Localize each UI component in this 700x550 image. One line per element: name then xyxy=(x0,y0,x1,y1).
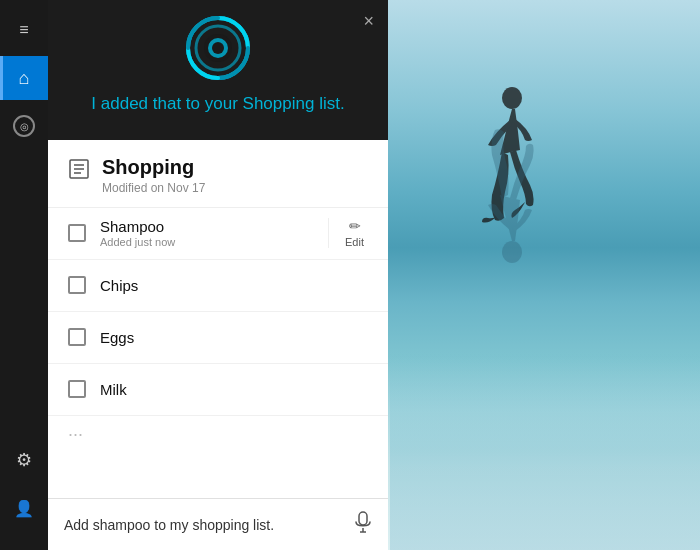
svg-point-1 xyxy=(502,241,522,263)
camera-icon: ◎ xyxy=(13,115,35,137)
taskbar-settings[interactable]: ⚙ xyxy=(0,438,48,482)
list-icon xyxy=(68,158,90,185)
item-content-chips: Chips xyxy=(100,277,368,294)
svg-point-0 xyxy=(502,87,522,109)
close-button[interactable]: × xyxy=(363,12,374,30)
taskbar-account[interactable]: 👤 xyxy=(0,486,48,530)
microphone-icon[interactable] xyxy=(354,511,372,538)
item-content-shampoo: Shampoo Added just now xyxy=(100,218,328,248)
list-item: Eggs xyxy=(48,312,388,364)
item-content-milk: Milk xyxy=(100,381,368,398)
list-title: Shopping xyxy=(102,156,205,179)
list-item: Shampoo Added just now ✏ Edit xyxy=(48,208,388,260)
cortana-message: I added that to your Shopping list. xyxy=(91,92,344,116)
list-subtitle: Modified on Nov 17 xyxy=(102,181,205,195)
cortana-logo xyxy=(186,16,250,80)
account-icon: 👤 xyxy=(14,499,34,518)
item-name: Eggs xyxy=(100,329,368,346)
list-item: Chips xyxy=(48,260,388,312)
list-items: Shampoo Added just now ✏ Edit Chips xyxy=(48,208,388,498)
item-name: Milk xyxy=(100,381,368,398)
pencil-icon: ✏ xyxy=(349,218,361,234)
item-name: Shampoo xyxy=(100,218,328,235)
taskbar-menu[interactable]: ≡ xyxy=(0,8,48,52)
item-checkbox-chips[interactable] xyxy=(68,276,86,294)
item-checkbox-milk[interactable] xyxy=(68,380,86,398)
taskbar: ≡ ⌂ ◎ ⚙ 👤 xyxy=(0,0,48,550)
item-note: Added just now xyxy=(100,236,328,248)
cortana-header: × I added that to your Shopping list. xyxy=(48,0,388,140)
edit-button-shampoo[interactable]: ✏ Edit xyxy=(328,218,368,248)
runner-silhouette xyxy=(460,80,550,280)
menu-icon: ≡ xyxy=(19,21,28,39)
more-items-hint: ··· xyxy=(48,416,388,453)
item-name: Chips xyxy=(100,277,368,294)
item-checkbox-shampoo[interactable] xyxy=(68,224,86,242)
edit-label: Edit xyxy=(345,236,364,248)
ocean-background xyxy=(390,350,700,550)
taskbar-camera[interactable]: ◎ xyxy=(0,104,48,148)
taskbar-home[interactable]: ⌂ xyxy=(0,56,48,100)
cortana-panel: × I added that to your Shopping list. xyxy=(48,0,388,550)
item-checkbox-eggs[interactable] xyxy=(68,328,86,346)
item-content-eggs: Eggs xyxy=(100,329,368,346)
svg-point-6 xyxy=(212,42,224,54)
input-area xyxy=(48,498,388,550)
shopping-list: Shopping Modified on Nov 17 Shampoo Adde… xyxy=(48,140,388,550)
voice-input[interactable] xyxy=(64,517,344,533)
home-icon: ⌂ xyxy=(19,68,30,89)
list-item: Milk xyxy=(48,364,388,416)
list-title-group: Shopping Modified on Nov 17 xyxy=(102,156,205,195)
settings-icon: ⚙ xyxy=(16,449,32,471)
list-header: Shopping Modified on Nov 17 xyxy=(48,140,388,208)
taskbar-bottom-items: ⚙ 👤 xyxy=(0,438,48,530)
svg-rect-11 xyxy=(359,512,367,525)
